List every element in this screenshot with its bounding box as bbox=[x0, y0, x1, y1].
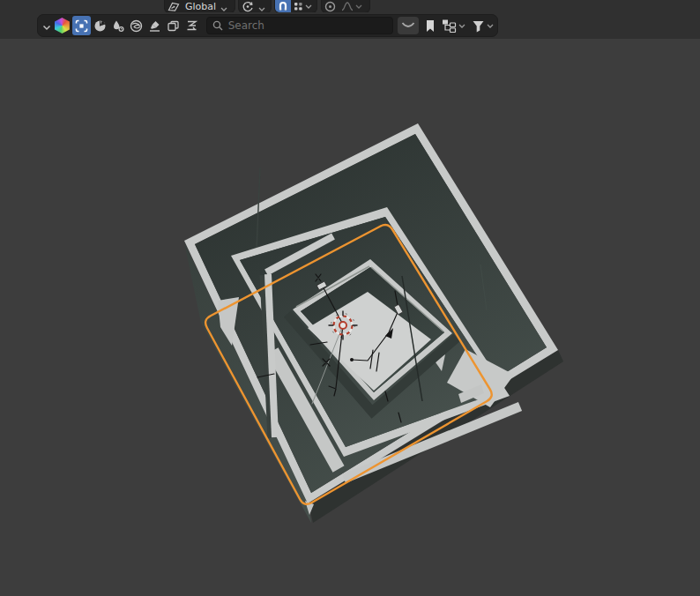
snap-to-dropdown[interactable] bbox=[291, 0, 316, 12]
header-row-transform: Global bbox=[0, 0, 700, 12]
hierarchy-display-dropdown[interactable] bbox=[441, 17, 469, 34]
falloff-curve-icon bbox=[341, 1, 354, 11]
curve-arc-icon bbox=[401, 20, 415, 31]
tool-pie-segment[interactable] bbox=[91, 16, 109, 35]
chevron-down-icon bbox=[305, 4, 312, 9]
search-input[interactable]: Search bbox=[206, 17, 393, 34]
viewport-header: Global bbox=[0, 0, 700, 39]
bookmark-button[interactable] bbox=[421, 17, 439, 34]
search-placeholder: Search bbox=[228, 19, 264, 32]
orientation-globe-icon bbox=[165, 0, 182, 12]
proportional-falloff-dropdown[interactable] bbox=[339, 0, 367, 12]
pie-segment-icon bbox=[93, 19, 107, 33]
collapse-header-button[interactable] bbox=[42, 18, 51, 34]
proportional-circle-icon bbox=[324, 1, 336, 12]
chevron-down-icon bbox=[42, 25, 51, 31]
tool-swirl-globe[interactable] bbox=[127, 16, 145, 35]
viewport-3d[interactable] bbox=[0, 39, 700, 596]
proportional-editing-group bbox=[321, 0, 370, 12]
tool-droplet[interactable] bbox=[109, 16, 128, 35]
blender-window: Global bbox=[0, 0, 700, 596]
snap-toggle-button[interactable] bbox=[275, 0, 291, 12]
orientation-label: Global bbox=[182, 1, 219, 12]
snapping-group bbox=[274, 0, 317, 12]
snap-increment-icon bbox=[294, 2, 303, 11]
brush-icon bbox=[148, 19, 161, 33]
chevron-down-icon bbox=[220, 0, 227, 12]
chevron-down-icon bbox=[355, 4, 362, 9]
droplet-icon bbox=[111, 19, 124, 33]
pivot-rotate-icon bbox=[239, 0, 257, 12]
chevron-down-icon bbox=[487, 24, 494, 28]
tool-zigzag[interactable] bbox=[182, 16, 201, 35]
magnet-icon bbox=[278, 1, 288, 11]
chevron-down-icon bbox=[258, 0, 265, 12]
bookmark-icon bbox=[425, 19, 436, 33]
proportional-edit-toggle[interactable] bbox=[322, 0, 339, 12]
pages-icon bbox=[167, 19, 180, 33]
tool-brush[interactable] bbox=[145, 16, 164, 35]
select-box-icon bbox=[75, 19, 88, 33]
curve-arc-button[interactable] bbox=[398, 17, 419, 34]
pivot-point-dropdown[interactable] bbox=[238, 0, 272, 12]
tool-header-pill: Search bbox=[37, 14, 498, 37]
color-hexagon-icon bbox=[55, 18, 70, 34]
transform-orientation-dropdown[interactable]: Global bbox=[164, 0, 235, 12]
tool-select-box[interactable] bbox=[72, 16, 91, 35]
filter-funnel-icon bbox=[472, 19, 485, 33]
zigzag-icon bbox=[185, 19, 198, 33]
swirl-globe-icon bbox=[130, 19, 143, 33]
filter-dropdown[interactable] bbox=[470, 17, 497, 34]
tool-pages[interactable] bbox=[164, 16, 182, 35]
magnifier-icon bbox=[212, 20, 223, 31]
chevron-down-icon bbox=[458, 24, 465, 28]
hierarchy-tree-icon bbox=[442, 19, 457, 33]
